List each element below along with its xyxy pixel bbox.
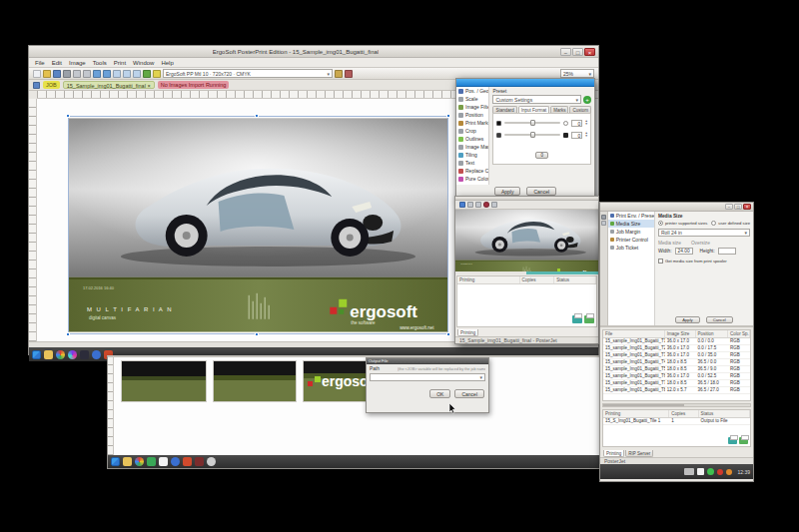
tray-app-icon[interactable]	[697, 468, 704, 475]
spooler-checkbox[interactable]	[658, 259, 663, 264]
menu-tools[interactable]: Tools	[93, 60, 107, 66]
stop-icon[interactable]	[475, 202, 481, 208]
close-tab-icon[interactable]: ×	[147, 83, 150, 89]
resize-handle[interactable]	[66, 332, 70, 336]
file-row[interactable]: 15_sample_Img01_Bugatti_T8 12.0 x 5.7 36…	[603, 387, 750, 394]
taskbar-explorer-icon[interactable]	[44, 350, 53, 359]
printer-icon-green[interactable]	[584, 315, 594, 323]
slider-1-thumb[interactable]	[530, 120, 535, 126]
spinner[interactable]: ▴▾	[585, 120, 587, 127]
col-status[interactable]: Status	[699, 410, 750, 417]
tiles-canvas[interactable]: ergosoft Output File Path (the <JOB> var…	[114, 357, 618, 455]
zoom-in-icon[interactable]	[113, 70, 121, 78]
open-icon[interactable]	[43, 70, 51, 78]
tool-item[interactable]: Text	[456, 159, 488, 167]
tool-item[interactable]: Pos. / Geometry	[456, 87, 488, 95]
tree-item-selected[interactable]: Media Size	[608, 220, 654, 228]
zoom-out-icon[interactable]	[123, 70, 131, 78]
printer-icon-teal[interactable]	[728, 437, 737, 444]
zoom-combo[interactable]: 25% ▾	[560, 69, 594, 78]
spin-down-icon[interactable]: ▾	[585, 123, 587, 127]
start-button[interactable]	[111, 457, 120, 466]
tab-input-format[interactable]: Input Format	[518, 106, 550, 113]
rip-icon[interactable]	[335, 70, 343, 78]
pan-icon[interactable]	[133, 70, 141, 78]
tool-item[interactable]: Outlines	[456, 135, 488, 143]
resize-handle[interactable]	[255, 332, 259, 336]
taskbar-chrome-icon[interactable]	[135, 457, 144, 466]
collapse-icon[interactable]	[601, 215, 606, 220]
tile-1[interactable]	[122, 361, 206, 401]
file-row[interactable]: 15_sample_Img01_Bugatti_T6 36.0 x 17.0 0…	[603, 373, 750, 380]
col-printing[interactable]: Printing	[457, 276, 520, 283]
col-copies[interactable]: Copies	[669, 410, 698, 417]
taskbar-notes-icon[interactable]	[159, 457, 168, 466]
queue-icon[interactable]	[345, 70, 353, 78]
menu-help[interactable]: Help	[161, 60, 173, 66]
tray-orange-icon[interactable]	[726, 469, 732, 475]
tool-item[interactable]: Crop	[456, 127, 488, 135]
close-button[interactable]: ×	[743, 204, 751, 210]
taskbar-mail-icon[interactable]	[92, 350, 101, 359]
minimize-button[interactable]: −	[725, 204, 733, 210]
tab-custom[interactable]: Custom	[569, 106, 591, 113]
col-status[interactable]: Status	[554, 276, 596, 283]
properties-titlebar[interactable]	[456, 79, 594, 87]
height-field[interactable]	[718, 248, 736, 255]
preset-combo[interactable]: Custom Settings ▾	[492, 95, 581, 104]
tree-item[interactable]: Print Env. / Presets	[608, 212, 654, 220]
width-field[interactable]: 24.00	[675, 248, 693, 255]
col-color-space[interactable]: Color Sp.	[728, 330, 750, 337]
menu-window[interactable]: Window	[133, 60, 154, 66]
delete-icon[interactable]	[483, 202, 489, 208]
menu-image[interactable]: Image	[69, 60, 86, 66]
job-titlebar[interactable]: − □ ×	[600, 203, 753, 212]
printer-sizes-radio[interactable]	[658, 221, 663, 226]
tray-keyboard-icon[interactable]	[684, 468, 694, 475]
tray-clock[interactable]: 12:39	[737, 469, 750, 475]
resize-handle[interactable]	[66, 114, 70, 118]
cut-icon[interactable]	[73, 70, 81, 78]
tool-item[interactable]: Image Filters	[456, 103, 488, 111]
taskbar-app3-icon[interactable]	[207, 457, 216, 466]
slider-2[interactable]	[504, 134, 560, 136]
tool-item[interactable]: Image Margin	[456, 143, 488, 151]
main-titlebar[interactable]: ErgoSoft PosterPrint Edition - 15_Sample…	[29, 46, 598, 58]
pause-icon[interactable]	[467, 202, 473, 208]
tool-item[interactable]: Color Management	[456, 183, 488, 185]
color-swatch-gray[interactable]	[496, 133, 501, 138]
taskbar-app-icon[interactable]	[80, 350, 89, 359]
taskbar-ergosoft-icon[interactable]	[183, 457, 192, 466]
undo-icon[interactable]	[93, 70, 101, 78]
cancel-button[interactable]: Cancel	[454, 389, 484, 398]
printer-icon-teal[interactable]	[572, 315, 582, 323]
tool-item[interactable]: Scale	[456, 95, 488, 103]
files-hscrollbar[interactable]	[602, 403, 751, 407]
print-icon[interactable]	[63, 70, 71, 78]
file-row[interactable]: 15_sample_Img01_Bugatti_T2 36.0 x 17.0 0…	[603, 345, 750, 352]
tool-item[interactable]: Tiling	[456, 151, 488, 159]
resize-handle[interactable]	[446, 114, 450, 118]
print-queue-row[interactable]: 15_S_Img01_Bugatti_Tile 1 1 Output to Fi…	[603, 418, 750, 425]
add-preset-button[interactable]: +	[583, 96, 591, 104]
resize-handle[interactable]	[255, 114, 259, 118]
cancel-button[interactable]: Cancel	[526, 187, 556, 196]
reset-button[interactable]: 0	[535, 152, 548, 159]
job-tab[interactable]: 15_Sample_img01_Bugatti_final ×	[63, 81, 155, 89]
tool-item[interactable]: Print Marks	[456, 119, 488, 127]
resize-handle[interactable]	[446, 332, 450, 336]
file-row[interactable]: 15_sample_Img01_Bugatti_T4 18.0 x 8.5 36…	[603, 359, 750, 366]
start-button[interactable]	[32, 350, 41, 359]
tree-item[interactable]: Printer Control	[608, 236, 654, 244]
apply-button[interactable]: Apply	[675, 316, 699, 323]
hotfolder-icon[interactable]	[153, 70, 161, 78]
tree-item[interactable]: Job Margin	[608, 228, 654, 236]
ok-button[interactable]: OK	[429, 389, 450, 398]
settings-icon[interactable]	[491, 202, 497, 208]
new-file-icon[interactable]	[33, 70, 41, 78]
menu-file[interactable]: File	[35, 60, 45, 66]
slider-2-value[interactable]: 0	[571, 132, 582, 139]
user-size-radio[interactable]	[711, 221, 716, 226]
apply-button[interactable]: Apply	[494, 187, 521, 196]
tab-marks[interactable]: Marks	[550, 106, 568, 113]
